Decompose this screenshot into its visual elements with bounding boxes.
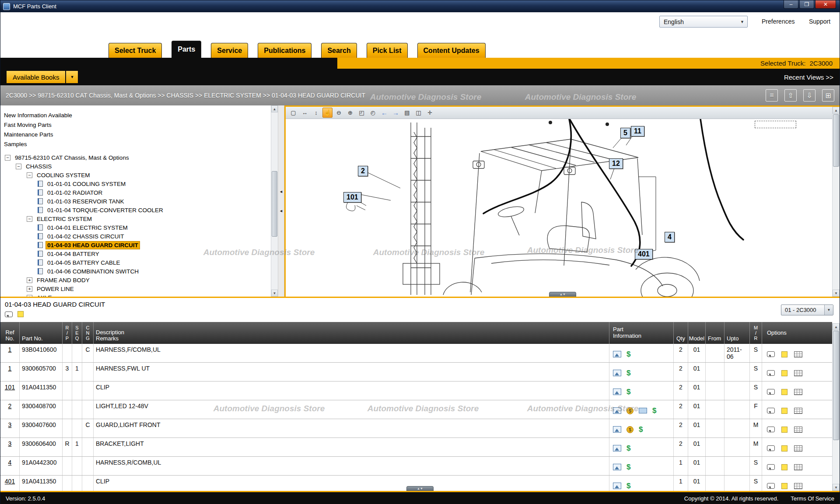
move-icon[interactable]: ✛ [425,108,435,118]
price-icon[interactable]: $ [626,464,630,470]
tree-item-01-04-05-battery-cable[interactable]: 01-04-05 BATTERY CABLE [0,258,271,267]
quick-link-maintenance-parts[interactable]: Maintenance Parts [0,130,271,140]
recent-views-link[interactable]: Recent Views >> [784,74,833,81]
horizontal-splitter-handle[interactable]: ▲▼ [406,486,434,491]
tree-item-01-01-02-radiator[interactable]: 01-01-02 RADIATOR [0,188,271,197]
part-image-icon[interactable] [613,388,621,395]
part-image-icon[interactable] [613,370,621,376]
comment-legend-icon[interactable] [5,312,13,317]
card-icon[interactable] [639,408,647,413]
tab-content-updates[interactable]: Content Updates [417,43,486,58]
quick-link-fast-moving-parts[interactable]: Fast Moving Parts [0,120,271,130]
quick-link-samples[interactable]: Samples [0,140,271,149]
price-icon[interactable]: $ [626,351,630,357]
part-image-icon[interactable] [613,426,621,433]
note-icon[interactable] [781,351,788,357]
note-icon[interactable] [781,445,788,452]
gold-price-icon[interactable]: $ [626,407,634,414]
tree-item-01-01-03-reservoir-tank[interactable]: 01-01-03 RESERVOIR TANK [0,197,271,206]
tree-item-01-04-01-electric-system[interactable]: 01-04-01 ELECTRIC SYSTEM [0,223,271,232]
forward-icon[interactable]: → [391,108,401,118]
maximize-button[interactable]: ❐ [799,0,814,9]
scroll-down-icon[interactable]: ▼ [833,290,840,297]
tree-item-01-04-06-combination-switch[interactable]: 01-04-06 COMBINATION SWITCH [0,267,271,276]
collapse-icon[interactable]: − [5,155,10,161]
horizontal-splitter-handle[interactable]: ▲▼ [549,292,576,297]
collapse-icon[interactable]: − [27,172,32,178]
tab-service[interactable]: Service [211,43,248,58]
comment-icon[interactable] [767,351,775,357]
zoom-window-icon[interactable]: ◰ [357,108,367,118]
fit-height-icon[interactable]: ↕ [311,108,321,118]
callout-101[interactable]: 101 [343,192,361,203]
tree-item-01-04-03-head-guard-circuit[interactable]: 01-04-03 HEAD GUARD CIRCUIT [0,241,271,249]
ref-no-link[interactable]: 101 [5,384,15,391]
note-icon[interactable] [781,483,788,489]
pan-hand-icon[interactable]: ☝ [322,108,332,118]
tab-search[interactable]: Search [321,43,357,58]
comment-icon[interactable] [767,370,775,376]
expand-icon[interactable]: + [27,286,32,292]
available-books-dropdown-icon[interactable]: ▼ [66,71,78,83]
zoom-out-icon[interactable]: ⊖ [334,108,344,118]
tree-item-01-04-04-battery[interactable]: 01-04-04 BATTERY [0,249,271,258]
language-select[interactable]: English ▼ [659,16,748,28]
scroll-up-icon[interactable]: ▲ [833,323,840,330]
ref-no-link[interactable]: 3 [8,421,12,428]
quick-link-new-information-available[interactable]: New Information Available [0,111,271,120]
terms-of-service-link[interactable]: Terms Of Service [791,495,834,502]
part-image-icon[interactable] [613,464,621,470]
tree-item-axle[interactable]: +AXLE [0,293,271,297]
callout-401[interactable]: 401 [635,249,653,259]
tree-item-cooling-system[interactable]: −COOLING SYSTEM [0,171,271,179]
ref-no-link[interactable]: 4 [8,459,12,466]
tree-item-01-04-02-chassis-circuit[interactable]: 01-04-02 CHASSIS CIRCUIT [0,232,271,241]
ref-no-link[interactable]: 401 [5,478,15,485]
scroll-down-icon[interactable]: ▼ [271,290,278,297]
support-link[interactable]: Support [809,18,830,25]
scroll-up-icon[interactable]: ▲ [833,107,840,114]
tree-item-frame-and-body[interactable]: +FRAME AND BODY [0,276,271,284]
grid-icon[interactable] [794,408,802,414]
note-icon[interactable] [781,427,788,433]
fit-page-icon[interactable]: ▢ [288,108,298,118]
zoom-selection-icon[interactable]: ◴ [368,108,378,118]
note-icon[interactable] [781,389,788,395]
callout-11[interactable]: 11 [631,126,644,136]
export-icon[interactable]: ◫ [413,108,424,118]
comment-icon[interactable] [767,445,775,451]
tab-select-truck[interactable]: Select Truck [108,43,162,58]
back-icon[interactable]: ← [379,108,389,118]
comment-icon[interactable] [767,427,775,432]
collapse-icon[interactable]: − [16,164,21,169]
grid-icon[interactable] [794,370,802,376]
close-button[interactable]: ✕ [815,0,836,9]
zoom-in-icon[interactable]: ⊕ [345,108,355,118]
grid-icon[interactable] [794,483,802,489]
price-icon[interactable]: $ [626,445,630,452]
tree-item-electric-system[interactable]: −ELECTRIC SYSTEM [0,214,271,223]
part-image-icon[interactable] [613,407,621,414]
table-scrollbar-thumb[interactable] [833,331,839,440]
tree-item-01-01-04-torque-converter-cooler[interactable]: 01-01-04 TORQUE-CONVERTER COOLER [0,206,271,214]
callout-2[interactable]: 2 [358,166,368,176]
callout-12[interactable]: 12 [609,158,623,169]
expand-icon[interactable]: + [27,277,32,283]
note-icon[interactable] [781,408,788,414]
diagram-scrollbar-thumb[interactable] [833,114,839,167]
grid-icon[interactable] [794,389,802,395]
diagram-canvas[interactable]: 2101511124401 [286,119,832,297]
price-icon[interactable]: $ [626,483,630,489]
tree-item-01-01-01-cooling-system[interactable]: 01-01-01 COOLING SYSTEM [0,179,271,188]
export-up-icon[interactable]: ⇧ [784,89,797,102]
print-icon[interactable]: ▤ [402,108,412,118]
fit-width-icon[interactable]: ↔ [300,108,310,118]
tab-publications[interactable]: Publications [258,43,312,58]
export-down-icon[interactable]: ⇩ [803,89,816,102]
tree-scrollbar-thumb[interactable] [272,171,277,237]
part-image-icon[interactable] [613,445,621,452]
price-icon[interactable]: $ [626,388,630,395]
add-view-icon[interactable]: ⊞ [822,89,834,102]
ref-no-link[interactable]: 1 [8,365,12,372]
model-select[interactable]: 01 - 2C3000 ▼ [781,304,833,315]
